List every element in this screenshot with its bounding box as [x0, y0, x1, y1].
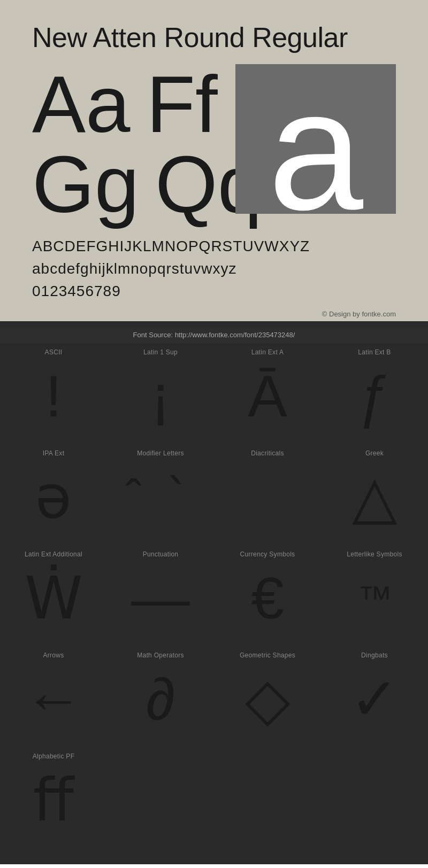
glyph-symbol: ™ [358, 561, 392, 636]
glyph-symbol: ✓ [350, 662, 399, 737]
glyph-row-2: Gg Qq [32, 144, 262, 224]
glyph-symbol: ◇ [245, 662, 291, 737]
glyph-cell-latin-ext-a: Latin Ext AĀ [214, 343, 321, 444]
glyph-label: Greek [365, 449, 384, 457]
glyph-label: Latin Ext B [358, 348, 391, 356]
glyph-label: Math Operators [137, 652, 184, 659]
glyph-cell-latin-ext-b: Latin Ext Bƒ [321, 343, 428, 444]
glyph-symbol: ∂ [146, 662, 175, 737]
bottom-section: Font Source: http://www.fontke.com/font/… [0, 321, 428, 864]
glyph-label: Latin Ext A [251, 348, 284, 356]
glyphs-showcase: Aa Ff Gg Qq a [32, 64, 396, 214]
glyph-cell-ipa-ext: IPA Extə [0, 444, 107, 545]
glyph-label: ASCII [45, 348, 63, 356]
glyph-label: Modifier Letters [137, 449, 184, 457]
top-section: New Atten Round Regular Aa Ff Gg Qq a [0, 0, 428, 230]
font-source: Font Source: http://www.fontke.com/font/… [0, 327, 428, 343]
glyph-label: Arrows [43, 652, 64, 659]
uppercase-alphabet: ABCDEFGHIJKLMNOPQRSTUVWXYZ [32, 235, 396, 258]
glyph-label: Geometric Shapes [240, 652, 295, 659]
glyph-cell-currency-symbols: Currency Symbols€ [214, 545, 321, 646]
big-a-container: a [235, 64, 396, 214]
font-title: New Atten Round Regular [32, 21, 396, 53]
glyph-cell-latin-ext-additional: Latin Ext AdditionalẆ [0, 545, 107, 646]
glyph-label: Dingbats [361, 652, 388, 659]
glyph-cell-arrows: Arrows← [0, 646, 107, 747]
glyph-label: Latin 1 Sup [143, 348, 178, 356]
glyph-symbol: ˆ ˋ [126, 460, 195, 534]
glyph-symbol: ¡ [151, 359, 171, 433]
glyph-cell-diacriticals: Diacriticals [214, 444, 321, 545]
glyph-cell-modifier-letters: Modifier Lettersˆ ˋ [107, 444, 214, 545]
glyph-cell-dingbats: Dingbats✓ [321, 646, 428, 747]
glyph-cell-math-operators: Math Operators∂ [107, 646, 214, 747]
glyph-symbol: Ā [248, 359, 287, 433]
glyph-symbol: △ [352, 460, 398, 534]
glyph-symbol: — [131, 561, 190, 636]
glyph-cell-punctuation: Punctuation— [107, 545, 214, 646]
glyph-cell-ascii: ASCII! [0, 343, 107, 444]
glyph-symbol: ə [35, 460, 72, 534]
alphabet-section: ABCDEFGHIJKLMNOPQRSTUVWXYZ abcdefghijklm… [0, 230, 428, 308]
glyph-symbol: Ẇ [25, 561, 83, 636]
lowercase-alphabet: abcdefghijklmnopqrstuvwxyz [32, 258, 396, 280]
glyph-row-1: Aa Ff [32, 64, 262, 144]
glyph-grid: ASCII!Latin 1 Sup¡Latin Ext AĀLatin Ext … [0, 343, 428, 848]
glyph-label: Punctuation [143, 551, 179, 558]
glyph-cell-latin-1-sup: Latin 1 Sup¡ [107, 343, 214, 444]
glyph-label: IPA Ext [43, 449, 65, 457]
digits: 0123456789 [32, 280, 396, 303]
glyph-ff: Ff [146, 64, 217, 144]
glyphs-left: Aa Ff Gg Qq [32, 64, 262, 224]
glyph-cell-alphabetic-pf: Alphabetic PFﬀ [0, 747, 107, 848]
glyph-symbol: ﬀ [33, 763, 74, 838]
glyph-symbol: ƒ [358, 359, 391, 433]
big-a-glyph: a [268, 64, 363, 214]
glyph-symbol: ! [45, 359, 62, 433]
glyph-cell-greek: Greek△ [321, 444, 428, 545]
glyph-aa: Aa [32, 64, 130, 144]
copyright: © Design by fontke.com [0, 308, 428, 321]
glyph-label: Alphabetic PF [33, 753, 75, 760]
glyph-label: Currency Symbols [240, 551, 295, 558]
glyph-cell-letterlike-symbols: Letterlike Symbols™ [321, 545, 428, 646]
glyph-gg: Gg [32, 144, 139, 224]
glyph-cell-geometric-shapes: Geometric Shapes◇ [214, 646, 321, 747]
glyph-symbol: ← [24, 662, 83, 737]
glyph-label: Letterlike Symbols [347, 551, 402, 558]
glyph-symbol: € [251, 561, 284, 636]
glyph-label: Latin Ext Additional [25, 551, 82, 558]
glyph-label: Diacriticals [251, 449, 284, 457]
